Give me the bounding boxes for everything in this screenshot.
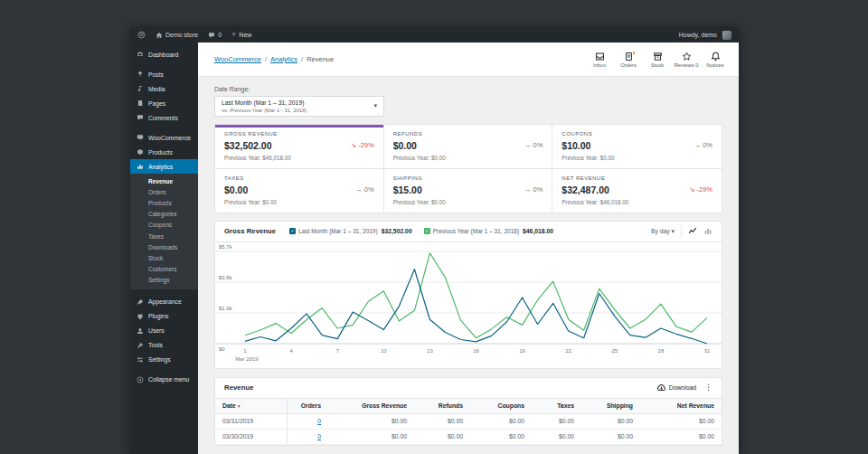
stat-refunds[interactable]: Refunds$0.00→0%Previous Year: $0.00 (384, 125, 553, 169)
stat-net-revenue[interactable]: Net Revenue$32,487.00↘-29%Previous Year:… (552, 169, 722, 213)
stat-delta: →0% (694, 141, 712, 149)
submenu-item-stock[interactable]: Stock (130, 252, 198, 263)
column-header-gross-revenue[interactable]: Gross Revenue (328, 399, 414, 413)
revenue-table: Date▾OrdersGross RevenueRefundsCouponsTa… (215, 398, 722, 445)
sidebar-item-posts[interactable]: Posts (130, 67, 198, 81)
revenue-line-chart: $5.7k$3.8k$1.9k$01471013161922252831Mar … (215, 242, 722, 368)
sidebar-item-comments[interactable]: Comments (130, 110, 198, 125)
site-name-link[interactable]: Demo store (156, 32, 198, 39)
wordpress-icon: W (137, 31, 146, 39)
sidebar-item-pages[interactable]: Pages (130, 96, 198, 110)
column-header-taxes[interactable]: Taxes (532, 399, 581, 413)
account-menu[interactable]: Howdy, demo (679, 31, 731, 40)
new-content-button[interactable]: + New (231, 32, 251, 38)
sidebar-item-analytics[interactable]: Analytics (130, 159, 198, 174)
table-menu-button[interactable]: ⋮ (704, 383, 712, 392)
stat-label: Coupons (561, 131, 712, 137)
submenu-item-customers[interactable]: Customers (130, 264, 198, 275)
column-header-orders[interactable]: Orders (288, 399, 328, 413)
activity-panel: InboxOrdersStockReviews 0Notices (585, 49, 730, 70)
sidebar-item-label: Settings (148, 356, 171, 363)
column-header-date[interactable]: Date▾ (215, 399, 288, 413)
breadcrumb-link-analytics[interactable]: Analytics (270, 55, 297, 63)
date-range-compare: vs. Previous Year (Mar 1 - 31, 2018) (222, 108, 307, 113)
sidebar-item-tools[interactable]: Tools (130, 338, 198, 353)
chart-header: Gross Revenue ✓Last Month (Mar 1 – 31, 2… (215, 222, 722, 242)
revenue-chart[interactable]: $5.7k$3.8k$1.9k$01471013161922252831Mar … (215, 242, 722, 368)
column-header-label: Taxes (557, 402, 574, 409)
legend-item-previous-year-mar-1-31-2018[interactable]: ✓Previous Year (Mar 1 – 31, 2018)$46,018… (424, 228, 553, 234)
legend-item-last-month-mar-1-31-2019[interactable]: ✓Last Month (Mar 1 – 31, 2019)$32,502.00 (289, 228, 411, 234)
legend-checkbox-checked: ✓ (289, 228, 296, 234)
legend-total: $32,502.00 (382, 228, 412, 234)
stat-delta: →0% (355, 185, 373, 194)
column-header-net-revenue[interactable]: Net Revenue (640, 399, 722, 413)
activity-tab-reviews-0[interactable]: Reviews 0 (672, 49, 701, 70)
bar-chart-toggle[interactable] (703, 224, 712, 238)
sidebar-item-products[interactable]: Products (130, 145, 198, 159)
series-last-month-line (245, 269, 707, 343)
submenu-item-categories[interactable]: Categories (130, 209, 198, 220)
submenu-item-revenue[interactable]: Revenue (130, 175, 198, 186)
stat-value: $0.00 (224, 184, 248, 195)
wordpress-menu-button[interactable]: W (137, 31, 146, 39)
column-header-shipping[interactable]: Shipping (581, 399, 640, 413)
activity-tab-notices[interactable]: Notices (701, 49, 730, 70)
column-header-label: Orders (301, 402, 321, 409)
line-chart-icon (688, 224, 697, 238)
sidebar-item-plugins[interactable]: Plugins (130, 309, 198, 324)
table-actions: Download ⋮ (656, 383, 712, 393)
column-header-label: Net Revenue (677, 402, 714, 409)
submenu-item-orders[interactable]: Orders (130, 186, 198, 197)
sidebar-item-label: Posts (148, 71, 164, 78)
site-name-label: Demo store (165, 32, 198, 38)
submenu-item-products[interactable]: Products (130, 197, 198, 208)
stat-delta-value: 0% (533, 141, 542, 149)
activity-tab-inbox[interactable]: Inbox (585, 49, 614, 70)
stat-shipping[interactable]: Shipping$15.00→0%Previous Year: $0.00 (384, 169, 553, 213)
submenu-item-settings[interactable]: Settings (130, 275, 198, 286)
comments-indicator[interactable]: 0 (208, 32, 222, 39)
activity-tab-orders[interactable]: Orders (614, 49, 643, 70)
sidebar-item-settings[interactable]: Settings (130, 353, 198, 367)
submenu-item-coupons[interactable]: Coupons (130, 220, 198, 231)
trend-flat-arrow-icon: → (524, 185, 532, 194)
table-row: 03/31/20190$0.00$0.00$0.00$0.00$0.00$0.0… (215, 414, 722, 430)
wordpress-admin-window: W Demo store 0 + New Howdy, demo (130, 27, 739, 454)
column-header-coupons[interactable]: Coupons (470, 399, 532, 413)
chart-controls: By day ▾ (651, 224, 712, 238)
submenu-item-downloads[interactable]: Downloads (130, 241, 198, 252)
stat-delta: ↘-29% (689, 185, 712, 194)
products-icon (137, 148, 145, 156)
chevron-down-icon: ▾ (373, 102, 377, 109)
column-header-refunds[interactable]: Refunds (414, 399, 470, 413)
breadcrumb-link-woocommerce[interactable]: WooCommerce (214, 55, 261, 63)
cell-orders: 0 (288, 414, 328, 429)
chevron-down-icon: ▾ (672, 228, 675, 234)
orders-count-link[interactable]: 0 (317, 418, 321, 424)
summary-stats: Gross Revenue$32,502.00↘-29%Previous Yea… (214, 124, 722, 213)
date-range-picker[interactable]: Last Month (Mar 1 – 31, 2019) vs. Previo… (214, 96, 384, 117)
sidebar-item-label: Appearance (148, 298, 182, 305)
stat-label: Net Revenue (561, 175, 712, 181)
stat-coupons[interactable]: Coupons$10.00→0%Previous Year: $0.00 (552, 125, 722, 169)
line-chart-toggle[interactable] (688, 224, 697, 238)
interval-select[interactable]: By day ▾ (651, 228, 675, 235)
sidebar-item-collapse-menu[interactable]: Collapse menu (130, 373, 198, 387)
sidebar-item-appearance[interactable]: Appearance (130, 295, 198, 309)
stat-taxes[interactable]: Taxes$0.00→0%Previous Year: $0.00 (215, 169, 384, 213)
x-axis-label: 25 (611, 348, 618, 354)
orders-count-link[interactable]: 0 (317, 433, 321, 440)
chart-card: Gross Revenue ✓Last Month (Mar 1 – 31, 2… (214, 221, 722, 369)
appearance-icon (137, 298, 145, 306)
sidebar-item-users[interactable]: Users (130, 324, 198, 338)
stat-gross-revenue[interactable]: Gross Revenue$32,502.00↘-29%Previous Yea… (215, 125, 384, 169)
sidebar-item-label: Analytics (148, 164, 173, 170)
activity-tab-stock[interactable]: Stock (643, 49, 672, 70)
download-button[interactable]: Download (656, 383, 696, 393)
sidebar-item-dashboard[interactable]: Dashboard (130, 47, 198, 61)
sidebar-item-media[interactable]: Media (130, 81, 198, 96)
sidebar-item-woocommerce[interactable]: WooCommerce (130, 130, 198, 145)
column-header-label: Gross Revenue (362, 402, 407, 409)
submenu-item-taxes[interactable]: Taxes (130, 231, 198, 241)
